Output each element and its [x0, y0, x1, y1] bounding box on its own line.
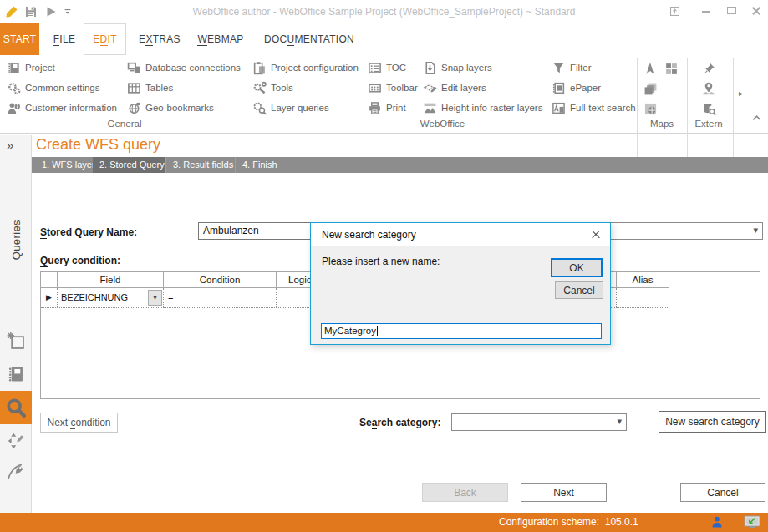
full-text-search-icon [552, 101, 566, 115]
ribbon-item-height-info-raster-layers[interactable]: Height info raster layers [423, 99, 542, 116]
tab-extras[interactable]: EXTRAS [134, 23, 186, 55]
ribbon-separator [733, 58, 734, 172]
tools-icon [252, 81, 267, 95]
ribbon-item-snap-layers[interactable]: Snap layers [423, 59, 492, 76]
tab-start[interactable]: START [0, 23, 39, 55]
chevron-down-icon: ▾ [753, 225, 758, 236]
user-icon[interactable] [710, 515, 724, 529]
configuration-scheme-text: Configuration scheme: 105.0.1 [499, 516, 638, 528]
sidebar-expander-icon[interactable]: » [7, 138, 13, 152]
ribbon-collapse-icon[interactable] [750, 112, 763, 124]
ribbon-more-icon[interactable]: ▸ [739, 89, 743, 98]
step-result-fields[interactable]: 3. Result fields [165, 157, 235, 173]
step-wfs-layer[interactable]: 1. WFS layer [35, 157, 93, 173]
search-category-combobox[interactable]: ▾ [451, 413, 627, 431]
customer-info-icon [7, 101, 21, 115]
ribbon-item-database-connections[interactable]: Database connections [127, 59, 241, 76]
tab-webmap[interactable]: WEBMAP [192, 23, 249, 55]
sidebar-search-icon[interactable] [0, 391, 32, 424]
ribbon-group-maps-label: Maps [638, 119, 686, 129]
grid-row-selector[interactable]: ▶ [41, 288, 58, 308]
dialog-title-bar: New search category [311, 223, 610, 246]
pin-window-icon[interactable] [669, 5, 681, 18]
ribbon-item-project[interactable]: Project [7, 59, 55, 76]
weboffice-author-window: WebOffice author - WebOffice Sample Proj… [0, 0, 768, 532]
menu-bar: START FILE EDIT EXTRAS WEBMAP DOCUMENTAT… [0, 23, 768, 55]
status-bar: Configuration scheme: 105.0.1 [0, 513, 768, 532]
text-caret [377, 326, 378, 336]
sidebar-panel-title: Queries [0, 194, 32, 286]
raster-globe-icon[interactable] [642, 100, 659, 117]
ribbon-item-epaper[interactable]: ePaper [552, 79, 601, 96]
epaper-icon [552, 81, 566, 95]
map-location-icon[interactable] [700, 80, 717, 97]
stored-query-name-label: Stored Query Name: [40, 226, 137, 238]
new-search-category-button[interactable]: New search category [659, 411, 766, 433]
title-bar: WebOffice author - WebOffice Sample Proj… [0, 0, 768, 23]
back-button[interactable]: Back [422, 483, 508, 502]
ribbon-separator [687, 58, 688, 172]
sidebar-project-book-icon[interactable] [0, 357, 32, 391]
cancel-button[interactable]: Cancel [680, 483, 765, 502]
step-finish[interactable]: 4. Finish [235, 157, 277, 173]
tab-file[interactable]: FILE [46, 23, 83, 55]
new-search-category-dialog: New search category Please insert a new … [310, 222, 611, 345]
ribbon-item-project-configuration[interactable]: Project configuration [252, 59, 359, 76]
tables-icon [127, 81, 141, 95]
grid-cell-field[interactable]: BEZEICHNUNG ▾ [58, 288, 164, 308]
step-stored-query[interactable]: 2. Stored Query [93, 157, 165, 173]
pushpin-icon[interactable] [700, 60, 717, 77]
gears-icon [7, 81, 21, 95]
dialog-cancel-button[interactable]: Cancel [555, 281, 603, 299]
ribbon-group-extern-label: Extern [685, 119, 732, 129]
database-search-icon[interactable] [700, 100, 717, 117]
ribbon-item-layer-queries[interactable]: Layer queries [252, 99, 329, 116]
minimize-button[interactable] [696, 4, 716, 18]
grid-cell-condition[interactable]: = [164, 288, 277, 308]
chevron-down-icon: ▾ [617, 416, 622, 427]
grid-cell-alias[interactable] [617, 288, 669, 308]
grid-column-field: Field [58, 272, 164, 288]
sidebar-move-edit-icon[interactable] [0, 424, 32, 458]
edit-layers-icon [423, 81, 437, 95]
ribbon-item-tools[interactable]: Tools [252, 79, 293, 96]
ribbon-group-general-label: General [7, 119, 242, 129]
tab-documentation[interactable]: DOCUMENTATION [261, 23, 358, 55]
north-arrow-icon[interactable] [642, 60, 659, 77]
dialog-prompt: Please insert a new name: [322, 256, 440, 267]
ribbon-item-common-settings[interactable]: Common settings [7, 79, 99, 96]
ribbon-item-toc[interactable]: TOC [368, 59, 406, 76]
layers-stack-icon[interactable] [642, 80, 659, 97]
database-connections-icon [127, 61, 141, 75]
ribbon-group-weboffice-label: WebOffice [252, 119, 633, 129]
sidebar-pen-icon[interactable] [0, 454, 32, 488]
ribbon-item-geo-bookmarks[interactable]: Geo-bookmarks [127, 99, 214, 116]
ribbon-item-edit-layers[interactable]: Edit layers [423, 79, 486, 96]
ribbon-item-tables[interactable]: Tables [127, 79, 173, 96]
wizard-step-bar: 1. WFS layer 2. Stored Query 3. Result f… [32, 157, 768, 173]
map-tiles-icon[interactable] [663, 60, 679, 77]
ribbon-item-print[interactable]: Print [368, 99, 406, 116]
ribbon-item-toolbar[interactable]: Toolbar [368, 79, 418, 96]
ribbon-item-customer-information[interactable]: Customer information [7, 99, 117, 116]
ribbon-item-filter[interactable]: Filter [552, 59, 592, 76]
remote-monitor-icon[interactable] [744, 515, 760, 529]
dialog-name-input[interactable]: MyCategroy [321, 323, 602, 339]
project-configuration-icon [252, 61, 267, 75]
grid-column-condition: Condition [164, 272, 277, 288]
dialog-ok-button[interactable]: OK [551, 258, 603, 277]
next-button[interactable]: Next [521, 483, 607, 502]
field-combo-arrow[interactable]: ▾ [148, 290, 162, 306]
sidebar-new-item-icon[interactable] [0, 324, 32, 357]
filter-icon [552, 61, 566, 75]
ribbon-item-full-text-search[interactable]: Full-text search [552, 99, 636, 116]
book-icon [7, 61, 21, 75]
next-condition-button[interactable]: Next condition [40, 413, 118, 433]
tab-edit[interactable]: EDIT [84, 23, 126, 55]
dialog-close-icon[interactable] [588, 227, 603, 242]
maximize-button[interactable] [721, 4, 741, 18]
toolbar-icon [368, 81, 382, 95]
close-button[interactable] [746, 4, 766, 18]
grid-selector-header [41, 272, 58, 288]
print-icon [368, 101, 382, 115]
